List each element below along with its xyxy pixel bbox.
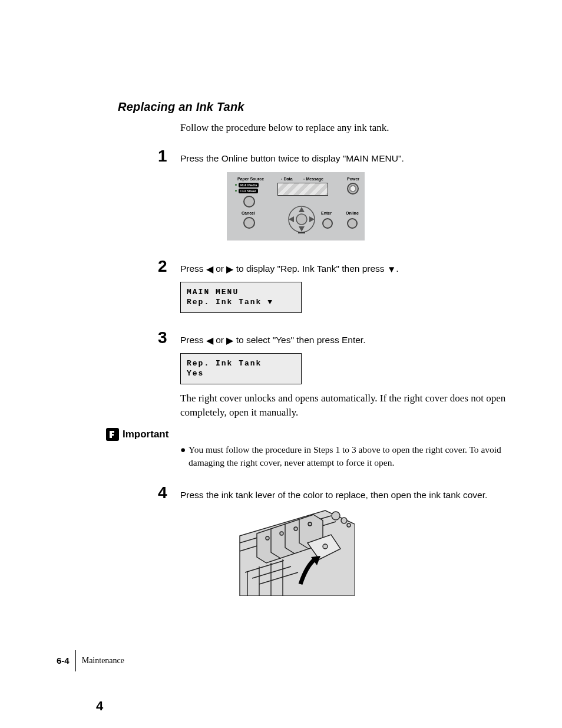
important-icon [106,428,119,441]
label-data: ▫ Data [281,177,293,181]
right-arrow-icon: ▶ [226,335,233,347]
lcd-line: Yes [187,368,295,379]
svg-point-20 [323,544,328,549]
manual-page: Replacing an Ink Tank Follow the procedu… [0,0,562,728]
step-number: 1 [158,148,180,164]
printer-panel-figure: Paper Source Roll Media Cut Sheet ▫ Data… [77,172,515,241]
step-number: 4 [158,485,180,501]
label-power: Power [347,177,359,181]
sheet-number: 4 [96,699,103,714]
dpad-icon [283,205,320,233]
important-label: Important [123,429,168,440]
led-sheet [235,190,237,192]
step-4: 4 Press the ink tank lever of the color … [158,485,515,502]
page-footer: 6-4 Maintenance [0,650,562,671]
svg-point-17 [294,527,297,531]
label-paper-source: Paper Source [237,177,264,181]
important-bullet: ● You must follow the procedure in Steps… [180,443,515,470]
lcd-screen-icon [277,183,328,196]
lcd-line: Rep. Ink Tank ▼ [187,297,295,308]
svg-point-30 [347,523,351,527]
svg-marker-2 [299,207,305,212]
right-arrow-icon: ▶ [226,263,233,276]
enter-button-icon [322,218,333,229]
section-name: Maintenance [75,650,124,671]
ink-tank-figure [77,508,515,596]
down-arrow-icon: ▼ [387,263,396,276]
svg-marker-4 [289,216,294,222]
svg-point-29 [341,518,347,523]
lcd-line: Rep. Ink Tank [187,358,295,369]
svg-marker-3 [299,226,305,232]
power-button-icon [347,183,359,195]
important-callout: Important [106,428,515,441]
step-3-after: The right cover unlocks and opens automa… [180,391,515,420]
printer-panel: Paper Source Roll Media Cut Sheet ▫ Data… [227,172,365,241]
paper-source-button-icon [243,196,255,207]
step-text: Press the ink tank lever of the color to… [180,489,487,502]
left-arrow-icon: ◀ [206,335,213,347]
page-number: 6-4 [57,655,75,666]
step-text: Press ◀ or ▶ to select "Yes" then press … [180,334,365,347]
svg-point-16 [280,532,283,535]
bullet-icon: ● [180,443,189,470]
lcd-display-2: Rep. Ink Tank Yes [180,353,302,384]
intro-text: Follow the procedure below to replace an… [180,122,515,134]
cancel-button-icon [243,217,255,229]
step-1: 1 Press the Online button twice to displ… [158,148,515,165]
svg-rect-6 [298,232,305,233]
svg-point-15 [266,536,269,540]
bullet-text: You must follow the procedure in Steps 1… [189,443,515,470]
label-enter: Enter [321,211,332,215]
label-cancel: Cancel [242,211,255,215]
label-roll-media: Roll Media [239,183,259,187]
step-text: Press ◀ or ▶ to display "Rep. Ink Tank" … [180,263,399,276]
svg-point-1 [296,214,307,225]
label-message: ▫ Message [303,177,323,181]
left-arrow-icon: ◀ [206,263,213,276]
step-2: 2 Press ◀ or ▶ to display "Rep. Ink Tank… [158,258,515,276]
step-number: 2 [158,258,180,275]
online-button-icon [347,218,358,229]
step-text: Press the Online button twice to display… [180,153,404,165]
lcd-line: MAIN MENU [187,287,295,298]
label-cut-sheet: Cut Sheet [239,189,258,193]
step-3: 3 Press ◀ or ▶ to select "Yes" then pres… [158,330,515,347]
section-heading: Replacing an Ink Tank [118,100,515,114]
step-number: 3 [158,330,180,346]
label-online: Online [346,211,359,215]
svg-marker-5 [309,216,315,222]
svg-point-18 [308,522,312,526]
svg-point-28 [332,512,340,520]
led-roll [235,184,237,186]
lcd-display-1: MAIN MENU Rep. Ink Tank ▼ [180,282,302,313]
